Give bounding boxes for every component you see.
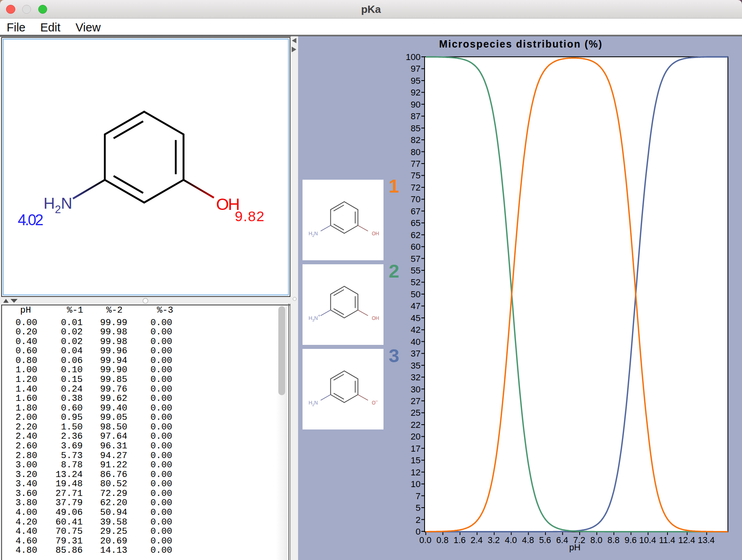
svg-text:92: 92 xyxy=(411,87,421,97)
svg-text:OH: OH xyxy=(372,231,379,236)
svg-text:70: 70 xyxy=(411,194,421,204)
svg-text:4.0: 4.0 xyxy=(505,535,517,545)
svg-text:55: 55 xyxy=(411,265,421,276)
svg-text:77: 77 xyxy=(411,159,421,169)
svg-text:50: 50 xyxy=(411,289,421,299)
svg-text:20: 20 xyxy=(411,431,421,442)
svg-text:9.6: 9.6 xyxy=(624,535,636,545)
svg-text:0.8: 0.8 xyxy=(436,535,448,545)
svg-text:5.6: 5.6 xyxy=(539,535,551,545)
svg-text:H2N: H2N xyxy=(309,231,318,238)
svg-text:95: 95 xyxy=(411,76,421,86)
svg-text:12: 12 xyxy=(411,467,421,477)
svg-text:22: 22 xyxy=(411,420,421,430)
svg-text:72: 72 xyxy=(411,183,421,193)
svg-text:3.2: 3.2 xyxy=(488,535,500,545)
svg-text:42: 42 xyxy=(411,325,421,335)
svg-text:9.82: 9.82 xyxy=(235,208,264,224)
svg-text:57: 57 xyxy=(411,254,421,264)
svg-text:12.4: 12.4 xyxy=(678,535,695,545)
svg-text:67: 67 xyxy=(411,206,421,216)
svg-text:65: 65 xyxy=(411,218,421,228)
svg-text:15: 15 xyxy=(411,455,421,465)
svg-text:37: 37 xyxy=(411,348,421,359)
svg-text:Microspecies distribution (%): Microspecies distribution (%) xyxy=(439,38,602,50)
svg-text:5: 5 xyxy=(416,503,421,513)
svg-text:40: 40 xyxy=(411,337,421,347)
svg-text:pH: pH xyxy=(569,542,580,552)
svg-text:11.4: 11.4 xyxy=(659,535,675,545)
svg-text:7: 7 xyxy=(416,491,421,501)
svg-text:100: 100 xyxy=(406,52,421,62)
svg-text:52: 52 xyxy=(411,277,421,287)
svg-text:87: 87 xyxy=(411,111,421,121)
svg-text:47: 47 xyxy=(411,301,421,311)
svg-text:H2N: H2N xyxy=(44,195,72,216)
svg-text:32: 32 xyxy=(411,372,421,382)
svg-text:75: 75 xyxy=(411,170,421,180)
svg-text:17: 17 xyxy=(411,444,421,454)
svg-text:35: 35 xyxy=(411,361,421,371)
svg-text:80: 80 xyxy=(411,147,421,157)
svg-text:4.02: 4.02 xyxy=(18,212,44,228)
svg-text:27: 27 xyxy=(411,396,421,406)
svg-text:8.8: 8.8 xyxy=(607,535,620,545)
svg-text:25: 25 xyxy=(411,408,421,418)
svg-text:10: 10 xyxy=(411,479,421,489)
svg-text:45: 45 xyxy=(411,313,421,323)
svg-text:10.4: 10.4 xyxy=(639,535,656,545)
svg-text:8.0: 8.0 xyxy=(591,535,603,545)
svg-text:O–: O– xyxy=(372,398,378,406)
svg-text:0.0: 0.0 xyxy=(419,535,431,545)
svg-text:OH: OH xyxy=(372,315,379,321)
svg-text:6.4: 6.4 xyxy=(556,535,568,545)
svg-text:2: 2 xyxy=(416,515,421,525)
svg-text:1.6: 1.6 xyxy=(454,535,466,545)
svg-text:30: 30 xyxy=(411,384,421,394)
svg-text:H2N: H2N xyxy=(309,400,318,407)
svg-text:4.8: 4.8 xyxy=(522,535,534,545)
svg-text:H3N+: H3N+ xyxy=(309,313,321,322)
svg-text:2.4: 2.4 xyxy=(470,535,483,545)
svg-text:90: 90 xyxy=(411,100,421,110)
svg-text:97: 97 xyxy=(411,64,421,74)
svg-text:62: 62 xyxy=(411,230,421,240)
svg-text:85: 85 xyxy=(411,123,421,133)
svg-text:13.4: 13.4 xyxy=(698,535,715,545)
svg-text:82: 82 xyxy=(411,135,421,145)
svg-text:60: 60 xyxy=(411,242,421,252)
